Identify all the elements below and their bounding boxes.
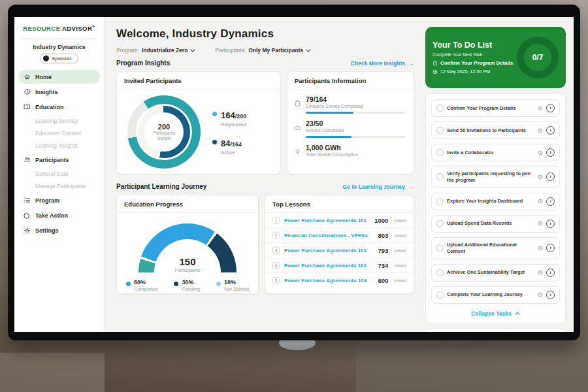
page-title: Welcome, Industry Dynamics — [116, 27, 414, 41]
task-open-button[interactable] — [546, 197, 555, 206]
divider — [21, 38, 97, 39]
legend-dot — [212, 140, 217, 144]
task-checkbox[interactable] — [436, 291, 444, 299]
task-item[interactable]: Upload Additional Educational Content — [431, 237, 560, 259]
clock-icon — [538, 150, 543, 155]
task-open-button[interactable] — [546, 172, 555, 181]
task-item[interactable]: Achieve One Sustainability Target — [431, 264, 560, 282]
lesson-row[interactable]: 5 Power Purchase Agreements 103 600 view… — [265, 273, 414, 287]
sidebar-item-learning-insights[interactable]: Learning Insights — [18, 140, 100, 152]
main-content: Welcome, Industry Dynamics Program: Indu… — [105, 17, 422, 332]
task-checkbox[interactable] — [436, 127, 444, 134]
sidebar-item-home[interactable]: Home — [18, 70, 100, 84]
sidebar-item-take-action[interactable]: Take Action — [18, 208, 100, 222]
chevron-down-icon — [306, 49, 311, 52]
clipboard-icon — [433, 61, 438, 66]
progress-bar — [306, 112, 405, 114]
task-open-button[interactable] — [546, 291, 555, 299]
legend-completed: 60%Completed — [126, 279, 157, 292]
lesson-row[interactable]: 3 Power Purchase Agreements 101 793 view… — [265, 243, 414, 258]
arrow-right-icon — [408, 183, 414, 190]
clock-icon — [538, 270, 543, 275]
take-action-icon — [24, 212, 31, 219]
sidebar-item-learning-journey[interactable]: Learning Journey — [18, 115, 100, 127]
task-checkbox[interactable] — [436, 269, 444, 276]
app-logo: RESOURCE ADVISOR+ — [14, 24, 104, 32]
invited-participants-card: Invited Participants 200 Participants In… — [116, 71, 281, 174]
arrow-right-icon — [408, 59, 414, 67]
background-floor — [0, 353, 105, 392]
sidebar-item-participants[interactable]: Participants — [18, 153, 100, 167]
task-checkbox[interactable] — [436, 198, 444, 205]
sidebar-item-education-content[interactable]: Education Content — [18, 127, 100, 139]
clock-icon — [538, 199, 543, 204]
lesson-row[interactable]: 4 Power Purchase Agreements 102 734 view… — [265, 258, 414, 273]
participants-select[interactable]: Participants: Only My Participants — [215, 47, 311, 54]
education-progress-gauge-chart: 150 Participants — [139, 223, 237, 273]
task-item[interactable]: Invite a Collaborator — [431, 144, 560, 161]
sidebar-item-education[interactable]: Education — [18, 100, 100, 114]
dashboard-screen: RESOURCE ADVISOR+ Industry Dynamics Spon… — [14, 17, 574, 332]
legend-dot — [126, 282, 131, 286]
actions-icon — [294, 124, 301, 131]
program-icon — [24, 197, 31, 204]
task-checkbox[interactable] — [436, 105, 444, 112]
task-open-button[interactable] — [546, 148, 555, 157]
insights-icon — [24, 88, 31, 95]
task-item[interactable]: Complete Your Learning Journey — [431, 286, 560, 304]
task-checkbox[interactable] — [436, 244, 444, 252]
task-checkbox[interactable] — [436, 149, 444, 156]
lesson-row[interactable]: 1 Power Purchase Agreements 101 1000 vie… — [265, 213, 414, 228]
sidebar-item-settings[interactable]: Settings — [18, 223, 100, 237]
sidebar-item-general-data[interactable]: General Data — [18, 168, 100, 180]
task-open-button[interactable] — [546, 244, 555, 252]
go-to-learning-journey-link[interactable]: Go to Learning Journey — [342, 183, 414, 190]
invited-participants-donut-chart: 200 Participants Invited — [127, 95, 201, 169]
task-checkbox[interactable] — [436, 173, 444, 180]
task-open-button[interactable] — [546, 104, 555, 112]
legend-dot — [174, 282, 178, 286]
sponsor-icon — [43, 56, 49, 61]
task-item[interactable]: Verify participants requesting to join t… — [431, 166, 560, 188]
sidebar-item-insights[interactable]: Insights — [18, 85, 100, 99]
legend-dot — [212, 112, 217, 116]
legend-not-started: 10%Not Started — [216, 279, 249, 292]
progress-bar — [306, 136, 405, 138]
participants-icon — [24, 156, 31, 163]
task-item[interactable]: Upload Spend Data Records — [431, 215, 560, 233]
section-title-learning-journey: Participant Learning Journey — [116, 183, 206, 190]
check-more-insights-link[interactable]: Check More Insights — [351, 59, 414, 67]
sidebar-item-manage-participants[interactable]: Manage Participants — [18, 180, 100, 192]
task-checkbox[interactable] — [436, 220, 444, 227]
todo-panel: Your To Do List Complete Your Next Task:… — [422, 17, 574, 332]
todo-task-list: Confirm Your Program Details Send 50 Inv… — [425, 93, 566, 323]
participants-information-card: Participants Information 79/164 Emission… — [287, 71, 414, 174]
chevron-down-icon — [190, 49, 195, 52]
sponsor-badge[interactable]: Sponsor — [40, 54, 78, 63]
clock-icon — [538, 292, 543, 297]
stat-total-consumption: 1,000 GWh Total Global Consumption — [294, 144, 405, 157]
chevron-up-icon — [515, 312, 520, 315]
legend-pending: 30%Pending — [174, 279, 200, 292]
energy-icon — [294, 148, 301, 155]
task-item[interactable]: Confirm Your Program Details — [431, 99, 560, 117]
clock-icon — [538, 246, 543, 251]
clock-icon — [433, 69, 438, 74]
clock-icon — [538, 128, 543, 133]
task-item[interactable]: Send 50 Invitations to Participants — [431, 122, 560, 139]
task-item[interactable]: Explore Your Insights Dashboard — [431, 193, 560, 210]
education-icon — [24, 103, 31, 110]
program-select[interactable]: Program: Industrialize Zero — [116, 47, 195, 54]
task-open-button[interactable] — [546, 126, 555, 135]
task-open-button[interactable] — [546, 269, 555, 277]
clock-icon — [538, 174, 543, 180]
collapse-tasks-link[interactable]: Collapse Tasks — [431, 308, 560, 321]
top-lessons-card: Top Lessons 1 Power Purchase Agreements … — [265, 195, 414, 294]
sidebar-item-program[interactable]: Program — [18, 193, 100, 207]
section-title-program-insights: Program Insights — [116, 59, 170, 67]
clock-icon — [538, 106, 543, 111]
lesson-row[interactable]: 2 Financial Considerations - VPPAs 803 v… — [265, 228, 414, 243]
todo-progress-ring: 0/7 — [517, 37, 559, 78]
task-open-button[interactable] — [546, 220, 555, 228]
sidebar: RESOURCE ADVISOR+ Industry Dynamics Spon… — [14, 17, 105, 332]
